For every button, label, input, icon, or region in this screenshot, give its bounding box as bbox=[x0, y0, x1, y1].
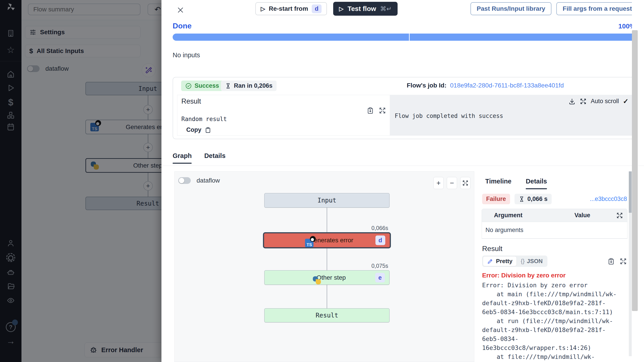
pen-icon bbox=[487, 258, 493, 264]
graph-connector-line bbox=[327, 201, 327, 316]
log-text: Flow job completed with success bbox=[395, 113, 503, 119]
expand-icon[interactable] bbox=[378, 107, 386, 114]
restart-from-button[interactable]: ▷ Re-start from d bbox=[255, 2, 327, 15]
scrollbar-thumb[interactable] bbox=[629, 171, 632, 213]
timeline-details-tabs: Timeline Details bbox=[485, 178, 628, 189]
graph-node-generates-error[interactable]: TS Generates error d bbox=[263, 232, 391, 248]
flow-job-id: Flow's job Id: 018e9fa2-280d-7611-bc8f-1… bbox=[407, 82, 564, 89]
step-details-panel: Timeline Details Failure 0,066 s ...e3bc… bbox=[481, 171, 628, 362]
hourglass-icon bbox=[225, 83, 231, 89]
drawer-action-buttons: ▷ Re-start from d ▷ Test flow ⌘↵ bbox=[255, 2, 398, 16]
deno-icon bbox=[310, 236, 316, 242]
page-scrollbar[interactable] bbox=[632, 0, 638, 362]
autoscroll-label[interactable]: Auto scroll bbox=[591, 98, 619, 105]
zoom-out-button[interactable]: − bbox=[447, 177, 457, 189]
graph-details-tabs: Graph Details bbox=[173, 152, 226, 164]
download-icon[interactable] bbox=[568, 98, 576, 105]
graph-node-other-step[interactable]: Other step e bbox=[264, 270, 390, 285]
drawer-secondary-buttons: Past Runs/Input library Fill args from a… bbox=[470, 2, 638, 15]
dataflow-toggle[interactable] bbox=[178, 177, 191, 184]
graph-zoom-controls: + − bbox=[433, 177, 470, 189]
success-status-badge: Success bbox=[181, 81, 223, 91]
expand-icon bbox=[462, 180, 469, 186]
step-id-badge: e bbox=[375, 273, 385, 282]
check-circle-icon bbox=[185, 83, 192, 89]
error-stack-trace: Error: Division by zero error at main (f… bbox=[482, 281, 628, 362]
python-icon bbox=[312, 276, 321, 285]
pretty-view-button[interactable]: Pretty bbox=[483, 256, 517, 266]
tab-details[interactable]: Details bbox=[204, 152, 226, 164]
json-view-button[interactable]: {} JSON bbox=[517, 256, 547, 266]
copy-button[interactable]: Copy bbox=[186, 126, 211, 133]
column-argument: Argument bbox=[494, 212, 522, 219]
run-progress-bar bbox=[173, 34, 636, 41]
job-result-card: Success Ran in 0,206s Flow's job Id: 018… bbox=[173, 77, 636, 139]
result-view-controls: Pretty {} JSON bbox=[482, 255, 627, 267]
test-flow-label: Test flow bbox=[348, 5, 376, 13]
play-icon: ▷ bbox=[339, 5, 344, 12]
run-status-label: Done bbox=[173, 22, 192, 30]
test-flow-drawer: ▷ Re-start from d ▷ Test flow ⌘↵ Past Ru… bbox=[162, 0, 644, 362]
fit-view-button[interactable] bbox=[460, 177, 470, 189]
progress-segment-divider bbox=[409, 34, 410, 41]
expand-icon[interactable] bbox=[616, 212, 623, 219]
past-runs-button[interactable]: Past Runs/Input library bbox=[470, 2, 552, 15]
graph-node-input[interactable]: Input bbox=[264, 193, 390, 208]
result-view-segmented-control: Pretty {} JSON bbox=[482, 255, 548, 267]
details-panel-scrollbar[interactable] bbox=[629, 171, 632, 356]
failure-status-badge: Failure bbox=[482, 194, 510, 204]
step-job-id-link[interactable]: ...e3bccc03c8 bbox=[590, 196, 627, 202]
keyboard-shortcut: ⌘↵ bbox=[380, 5, 392, 13]
close-drawer-button[interactable] bbox=[175, 5, 186, 15]
tabs-divider bbox=[162, 166, 644, 166]
step-duration: 0,066s bbox=[372, 225, 388, 231]
clipboard-icon bbox=[204, 127, 211, 133]
restart-step-badge: d bbox=[312, 5, 322, 13]
step-id-badge: d bbox=[376, 236, 386, 245]
close-icon bbox=[177, 6, 184, 14]
expand-icon[interactable] bbox=[620, 257, 627, 265]
tab-timeline[interactable]: Timeline bbox=[485, 178, 512, 189]
scrollbar-thumb[interactable] bbox=[632, 30, 638, 311]
log-pane: Auto scroll ✓ Flow job completed with su… bbox=[390, 95, 632, 135]
arguments-table: Argument Value No arguments bbox=[482, 209, 628, 239]
step-status-row: Failure 0,066 s ...e3bccc03c8 bbox=[482, 194, 627, 204]
result-pane: Result Random result Copy bbox=[177, 95, 390, 135]
copy-clipboard-icon[interactable] bbox=[607, 257, 615, 265]
step-duration-badge: 0,066 s bbox=[514, 194, 552, 204]
run-duration-badge: Ran in 0,206s bbox=[221, 81, 276, 91]
step-result-title: Result bbox=[482, 244, 628, 253]
expand-icon[interactable] bbox=[580, 98, 587, 105]
job-id-link[interactable]: 018e9fa2-280d-7611-bc8f-133a8ee401fd bbox=[450, 82, 564, 89]
play-icon: ▷ bbox=[261, 5, 265, 12]
zoom-in-button[interactable]: + bbox=[433, 177, 444, 189]
braces-icon: {} bbox=[521, 258, 524, 265]
fill-args-button[interactable]: Fill args from a request bbox=[556, 2, 638, 15]
restart-from-label: Re-start from bbox=[269, 5, 308, 12]
test-flow-button[interactable]: ▷ Test flow ⌘↵ bbox=[333, 2, 397, 16]
dataflow-toggle-row: dataflow bbox=[178, 177, 220, 184]
error-title: Error: Division by zero error bbox=[482, 272, 628, 279]
result-log-split: Result Random result Copy Auto scroll ✓ bbox=[177, 95, 633, 136]
step-duration: 0,075s bbox=[372, 263, 388, 269]
dataflow-label: dataflow bbox=[196, 177, 220, 184]
tab-step-details[interactable]: Details bbox=[526, 178, 547, 189]
arguments-table-header: Argument Value bbox=[482, 209, 627, 222]
modal-dim-overlay[interactable] bbox=[0, 0, 162, 362]
no-inputs-text: No inputs bbox=[173, 52, 200, 59]
hourglass-icon bbox=[518, 196, 525, 202]
result-title: Result bbox=[181, 97, 201, 105]
result-value: Random result bbox=[181, 116, 227, 122]
copy-clipboard-icon[interactable] bbox=[366, 107, 374, 114]
flow-run-graph: dataflow + − Input 0,066s TS Generates e… bbox=[174, 171, 474, 362]
typescript-icon: TS bbox=[305, 239, 314, 247]
job-id-label: Flow's job Id: bbox=[407, 82, 446, 89]
graph-node-result[interactable]: Result bbox=[264, 308, 390, 322]
column-value: Value bbox=[574, 212, 590, 219]
tab-graph[interactable]: Graph bbox=[173, 152, 192, 164]
table-row: No arguments bbox=[482, 222, 627, 238]
autoscroll-check-icon: ✓ bbox=[623, 97, 628, 105]
